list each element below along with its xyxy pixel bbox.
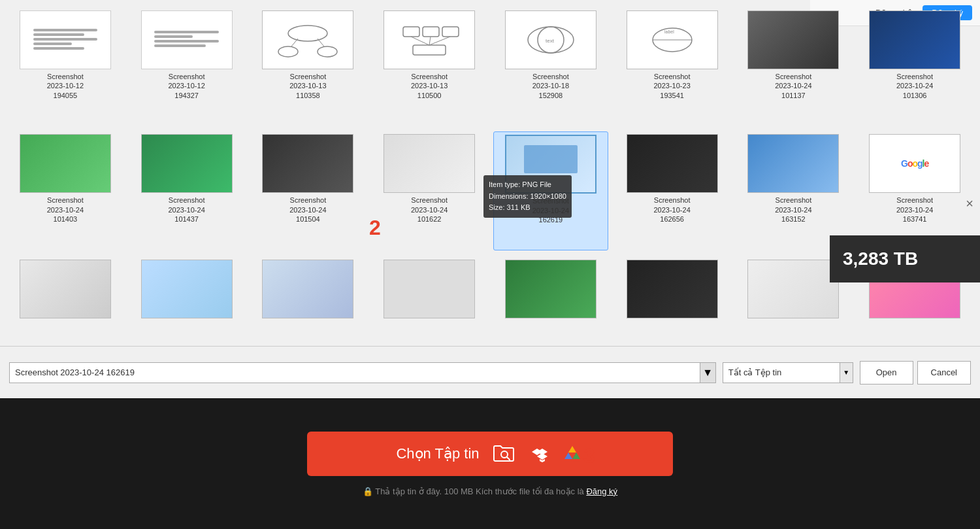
svg-rect-7 [442, 27, 459, 37]
list-item[interactable]: Screenshot2023-10-24101403 [8, 131, 123, 250]
list-item[interactable]: Screenshot2023-10-13110358 [251, 8, 366, 125]
list-item[interactable] [8, 257, 123, 346]
filename-row: ▼ [9, 362, 716, 383]
filetype-select[interactable]: Tất cả Tệp tin ▼ [723, 362, 853, 383]
choose-file-button[interactable]: Chọn Tập tin [307, 432, 673, 476]
step-3-label: 3 [583, 444, 595, 468]
dialog-buttons: Open Cancel [860, 361, 971, 384]
filename-input[interactable] [9, 362, 700, 383]
svg-point-1 [278, 46, 298, 57]
list-item[interactable]: Screenshot2023-10-24162656 [615, 131, 730, 250]
dropbox-icon [529, 443, 550, 464]
list-item[interactable] [493, 257, 608, 346]
filename-dropdown-arrow[interactable]: ▼ [700, 362, 716, 383]
list-item[interactable]: label Screenshot2023-10-23193541 [615, 8, 730, 125]
list-item[interactable]: Screenshot2023-10-12194327 [129, 8, 244, 125]
filetype-arrow[interactable]: ▼ [840, 363, 853, 383]
svg-line-19 [507, 457, 510, 460]
svg-point-0 [288, 26, 327, 41]
svg-line-4 [318, 39, 324, 46]
list-item[interactable]: Screenshot2023-10-24101306 [857, 8, 972, 125]
svg-line-11 [429, 37, 450, 45]
list-item[interactable] [615, 257, 730, 346]
close-button[interactable]: × [966, 196, 973, 211]
storage-panel: 3,283 TB [830, 235, 980, 282]
open-button[interactable]: Open [860, 361, 913, 384]
svg-text:label: label [664, 29, 674, 34]
drop-text: 🔒 Thả tập tin ở đây. 100 MB Kích thước f… [363, 486, 617, 496]
list-item[interactable] [129, 257, 244, 346]
file-dialog: Đăng nhập Đăng ký Screenshot2023-10-1219… [0, 0, 980, 398]
list-item[interactable]: text Screenshot2023-10-18152908 [493, 8, 608, 125]
list-item[interactable]: Screenshot2023-10-24101437 [129, 131, 244, 250]
list-item[interactable] [372, 257, 487, 346]
list-item[interactable]: Screenshot2023-10-24101622 [372, 131, 487, 250]
list-item[interactable]: Screenshot2023-10-24101137 [736, 8, 851, 125]
list-item[interactable]: Screenshot2023-10-13110500 [372, 8, 487, 125]
svg-text:text: text [546, 38, 555, 44]
svg-point-2 [318, 46, 337, 57]
list-item[interactable]: Google Screenshot2023-10-24163741 [857, 131, 972, 250]
step-2-label: 2 [369, 216, 381, 240]
cancel-button[interactable]: Cancel [917, 361, 971, 384]
list-item[interactable]: Screenshot2023-10-24101504 [251, 131, 366, 250]
svg-line-3 [291, 39, 298, 46]
bottom-upload-section: Chọn Tập tin 🔒 Thả tậ [0, 398, 980, 529]
list-item[interactable]: Screenshot2023-10-12194055 [8, 8, 123, 125]
list-item[interactable] [251, 257, 366, 346]
list-item-selected[interactable]: Screenshot2023-10-24162619 [493, 131, 608, 250]
list-item[interactable]: Screenshot2023-10-24163152 [736, 131, 851, 250]
svg-rect-6 [423, 27, 439, 37]
google-drive-icon [563, 443, 584, 464]
signup-link[interactable]: Đăng ký [586, 486, 617, 496]
svg-line-9 [411, 37, 429, 45]
svg-rect-8 [413, 45, 446, 55]
svg-rect-5 [403, 27, 419, 37]
folder-search-icon [493, 443, 516, 464]
upload-icons [493, 443, 584, 464]
dialog-bottom-bar: ▼ Tất cả Tệp tin ▼ Open Cancel [0, 346, 980, 398]
svg-line-10 [429, 37, 431, 45]
filetype-row: Tất cả Tệp tin ▼ [723, 362, 853, 383]
thumbnail-grid: Screenshot2023-10-12194055 Screenshot202… [0, 0, 980, 346]
